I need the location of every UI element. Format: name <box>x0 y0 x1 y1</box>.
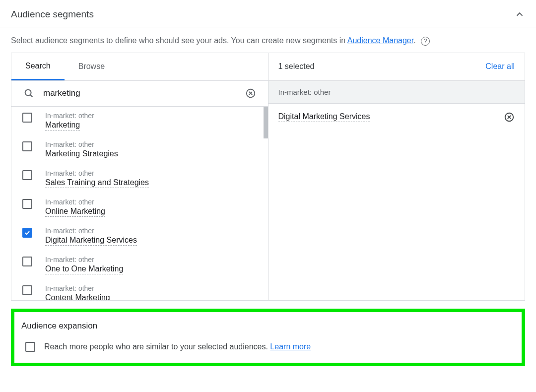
desc-post: . <box>413 36 415 45</box>
collapse-icon[interactable] <box>514 9 525 20</box>
expansion-text-label: Reach more people who are similar to you… <box>44 342 270 351</box>
selected-count: 1 selected <box>278 62 315 71</box>
expansion-row: Reach more people who are similar to you… <box>21 342 515 352</box>
expansion-checkbox[interactable] <box>25 342 35 352</box>
result-item[interactable]: In-market: otherContent Marketing <box>11 279 268 300</box>
result-checkbox[interactable] <box>22 285 32 295</box>
result-item[interactable]: In-market: otherDigital Marketing Servic… <box>11 222 268 251</box>
result-name: Content Marketing <box>45 293 110 300</box>
result-name: Marketing Strategies <box>45 149 118 159</box>
result-checkbox[interactable] <box>22 113 32 123</box>
result-category: In-market: other <box>45 198 105 206</box>
tab-browse[interactable]: Browse <box>65 53 119 80</box>
result-checkbox[interactable] <box>22 257 32 266</box>
clear-search-icon[interactable] <box>245 88 256 99</box>
result-item[interactable]: In-market: otherMarketing Strategies <box>11 135 268 164</box>
svg-line-1 <box>30 95 32 97</box>
search-icon <box>23 88 34 99</box>
section-header: Audience segments <box>0 0 536 27</box>
selected-list: Digital Marketing Services <box>268 104 525 131</box>
result-name: Digital Marketing Services <box>45 236 137 246</box>
selected-header: 1 selected Clear all <box>268 53 525 81</box>
result-item[interactable]: In-market: otherOne to One Marketing <box>11 251 268 279</box>
result-checkbox[interactable] <box>22 170 32 180</box>
result-category: In-market: other <box>45 256 123 263</box>
section-description: Select audience segments to define who s… <box>0 27 536 53</box>
result-category: In-market: other <box>45 112 94 120</box>
result-checkbox[interactable] <box>22 141 32 151</box>
result-category: In-market: other <box>45 169 149 177</box>
selected-item: Digital Marketing Services <box>268 104 525 131</box>
tab-bar: Search Browse <box>11 53 268 81</box>
result-name: Marketing <box>45 121 80 131</box>
search-input[interactable] <box>42 88 245 99</box>
result-item[interactable]: In-market: otherOnline Marketing <box>11 193 268 222</box>
result-name: Sales Training and Strategies <box>45 178 149 188</box>
result-name: One to One Marketing <box>45 264 123 274</box>
result-category: In-market: other <box>45 284 110 292</box>
selected-group-header: In-market: other <box>268 81 525 104</box>
results-list: In-market: otherMarketingIn-market: othe… <box>11 107 268 300</box>
audience-expansion-box: Audience expansion Reach more people who… <box>11 309 525 366</box>
search-row <box>11 81 268 107</box>
section-title: Audience segments <box>11 9 94 20</box>
expansion-text: Reach more people who are similar to you… <box>44 342 311 351</box>
result-checkbox[interactable] <box>22 228 32 238</box>
result-category: In-market: other <box>45 140 118 148</box>
expansion-learn-more-link[interactable]: Learn more <box>270 342 311 351</box>
tab-search[interactable]: Search <box>11 53 65 80</box>
help-icon[interactable]: ? <box>421 37 430 46</box>
result-checkbox[interactable] <box>22 199 32 209</box>
scrollbar-thumb[interactable] <box>264 107 268 138</box>
desc-pre: Select audience segments to define who s… <box>11 36 347 45</box>
remove-selected-icon[interactable] <box>504 112 515 123</box>
expansion-title: Audience expansion <box>21 321 515 331</box>
svg-point-0 <box>25 90 31 96</box>
result-category: In-market: other <box>45 227 137 235</box>
segment-panels: Search Browse In-market: otherMarketingI… <box>11 53 525 301</box>
result-item[interactable]: In-market: otherSales Training and Strat… <box>11 164 268 193</box>
audience-manager-link[interactable]: Audience Manager <box>347 36 413 45</box>
result-name: Online Marketing <box>45 207 105 217</box>
result-item[interactable]: In-market: otherMarketing <box>11 107 268 135</box>
right-panel: 1 selected Clear all In-market: other Di… <box>268 53 525 300</box>
left-panel: Search Browse In-market: otherMarketingI… <box>11 53 268 300</box>
clear-all-button[interactable]: Clear all <box>485 62 515 71</box>
selected-name: Digital Marketing Services <box>278 112 370 122</box>
